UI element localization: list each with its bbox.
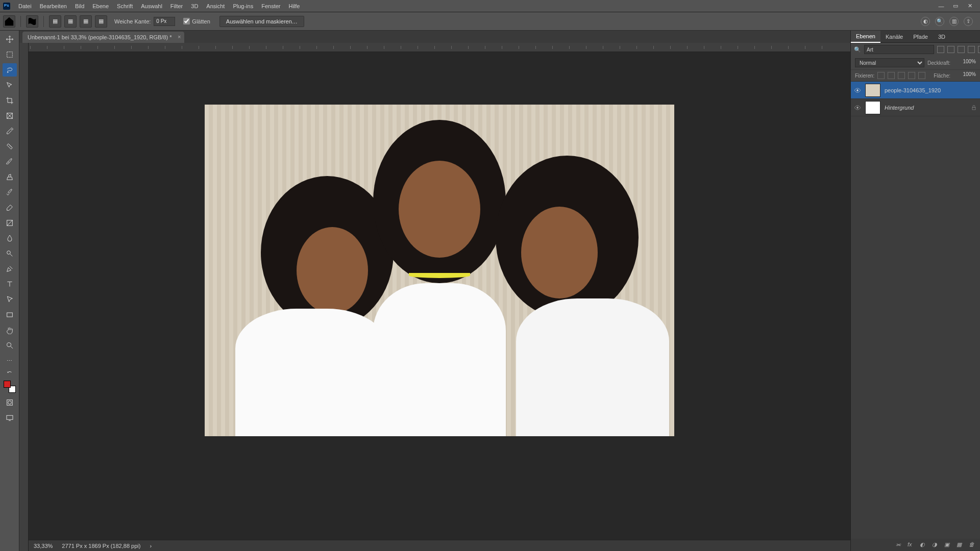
select-and-mask-button[interactable]: Auswählen und maskieren… (219, 16, 304, 27)
tab-3d[interactable]: 3D (933, 31, 950, 42)
menu-auswahl[interactable]: Auswahl (137, 1, 166, 11)
crop-tool[interactable] (3, 94, 17, 107)
type-tool[interactable] (3, 278, 17, 291)
lock-label: Fixieren: (855, 73, 874, 79)
lasso-tool[interactable] (3, 63, 17, 77)
layer-filter-row: 🔍 (851, 43, 980, 56)
ruler-wrap: 5090080070060050040030020010001002003004… (19, 43, 850, 551)
rectangle-tool[interactable] (3, 308, 17, 321)
home-button[interactable] (3, 15, 15, 28)
lock-all-icon[interactable] (918, 72, 925, 79)
gradient-tool[interactable] (3, 216, 17, 230)
lock-pixels-icon[interactable] (888, 72, 895, 79)
window-minimize-button[interactable]: — (934, 2, 948, 11)
feather-input[interactable] (154, 17, 175, 26)
new-layer-icon[interactable]: ▦ (957, 541, 964, 548)
menu-schrift[interactable]: Schrift (113, 1, 137, 11)
healing-tool[interactable] (3, 140, 17, 153)
filter-smart-icon[interactable] (978, 46, 980, 53)
pen-tool[interactable] (3, 262, 17, 276)
menu-plugins[interactable]: Plug-ins (229, 1, 257, 11)
link-layers-icon[interactable]: ⫘ (895, 541, 902, 548)
clone-stamp-tool[interactable] (3, 170, 17, 184)
menu-hilfe[interactable]: Hilfe (284, 1, 304, 11)
filter-adjust-icon[interactable] (947, 46, 954, 53)
screenmode-icon[interactable] (3, 411, 17, 424)
window-maximize-button[interactable]: ▭ (948, 2, 963, 11)
dodge-tool[interactable] (3, 247, 17, 260)
hand-tool[interactable] (3, 323, 17, 337)
layer-fx-icon[interactable]: fx (908, 541, 915, 548)
visibility-icon[interactable] (854, 87, 861, 94)
svg-rect-4 (7, 313, 12, 317)
tab-kanaele[interactable]: Kanäle (880, 31, 908, 42)
layer-group-icon[interactable]: ▣ (944, 541, 951, 548)
menu-3d[interactable]: 3D (187, 1, 202, 11)
share-icon[interactable]: ⇪ (964, 17, 973, 26)
eyedropper-tool[interactable] (3, 124, 17, 138)
menubar: Datei Bearbeiten Bild Ebene Schrift Ausw… (0, 0, 980, 12)
frame-tool[interactable] (3, 109, 17, 122)
menu-ebene[interactable]: Ebene (88, 1, 113, 11)
antialias-checkbox[interactable]: Glätten (183, 18, 210, 24)
document-tab[interactable]: Unbenannt-1 bei 33,3% (people-3104635_19… (22, 32, 184, 43)
layer-row[interactable]: Hintergrund (851, 99, 980, 116)
selection-add-icon[interactable]: ▦ (64, 15, 77, 28)
menu-datei[interactable]: Datei (14, 1, 36, 11)
selection-intersect-icon[interactable]: ▦ (95, 15, 107, 28)
filter-type-icon[interactable] (958, 46, 965, 53)
status-zoom[interactable]: 33,33% (34, 543, 53, 549)
more-tools[interactable]: ⋯ (3, 354, 17, 367)
window-close-button[interactable]: ✕ (963, 2, 977, 11)
lock-position-icon[interactable] (898, 72, 905, 79)
canvas-image (205, 105, 674, 436)
swap-colors-icon[interactable]: ⤺ (3, 369, 17, 374)
lock-transparent-icon[interactable] (877, 72, 885, 79)
selection-subtract-icon[interactable]: ▦ (80, 15, 92, 28)
eraser-tool[interactable] (3, 201, 17, 214)
tool-preset-button[interactable] (26, 15, 38, 28)
tab-pfade[interactable]: Pfade (908, 31, 933, 42)
menu-ansicht[interactable]: Ansicht (202, 1, 229, 11)
filter-shape-icon[interactable] (968, 46, 975, 53)
layer-filter-select[interactable] (864, 45, 934, 54)
brush-tool[interactable] (3, 155, 17, 168)
menu-fenster[interactable]: Fenster (257, 1, 284, 11)
workspace-icon[interactable]: ▥ (949, 17, 959, 26)
tab-ebenen[interactable]: Ebenen (851, 31, 880, 43)
marquee-tool[interactable] (3, 48, 17, 61)
blur-tool[interactable] (3, 232, 17, 245)
path-select-tool[interactable] (3, 293, 17, 306)
delete-layer-icon[interactable]: 🗑 (969, 541, 976, 548)
layer-mask-icon[interactable]: ◐ (920, 541, 927, 548)
close-tab-icon[interactable]: × (178, 34, 181, 40)
history-brush-tool[interactable] (3, 186, 17, 199)
visibility-icon[interactable] (854, 104, 861, 111)
cloud-docs-icon[interactable]: ◐ (921, 17, 930, 26)
antialias-check-input[interactable] (183, 18, 190, 24)
adjustment-layer-icon[interactable]: ◑ (932, 541, 939, 548)
status-arrow-icon[interactable]: › (150, 543, 152, 549)
lock-artboard-icon[interactable] (908, 72, 915, 79)
quickmask-icon[interactable] (3, 396, 17, 409)
layer-name[interactable]: people-3104635_1920 (885, 87, 941, 93)
fill-value[interactable]: 100% (953, 71, 976, 80)
zoom-tool[interactable] (3, 339, 17, 352)
move-tool[interactable] (3, 33, 17, 46)
selection-new-icon[interactable]: ▦ (49, 15, 61, 28)
color-swatches[interactable] (3, 380, 17, 394)
search-icon[interactable]: 🔍 (935, 17, 944, 26)
figure-torso (235, 309, 388, 436)
filter-pixel-icon[interactable] (937, 46, 944, 53)
layer-name[interactable]: Hintergrund (885, 105, 914, 111)
quick-select-tool[interactable] (3, 79, 17, 92)
menu-bild[interactable]: Bild (71, 1, 88, 11)
layer-row[interactable]: people-3104635_1920 (851, 82, 980, 99)
blend-mode-select[interactable]: Normal (855, 58, 924, 67)
options-bar: ▦ ▦ ▦ ▦ Weiche Kante: Glätten Auswählen … (0, 12, 980, 31)
canvas[interactable] (29, 52, 850, 540)
opacity-value[interactable]: 100% (953, 59, 976, 67)
menu-filter[interactable]: Filter (166, 1, 187, 11)
menu-bearbeiten[interactable]: Bearbeiten (36, 1, 71, 11)
foreground-color-swatch[interactable] (4, 381, 11, 388)
